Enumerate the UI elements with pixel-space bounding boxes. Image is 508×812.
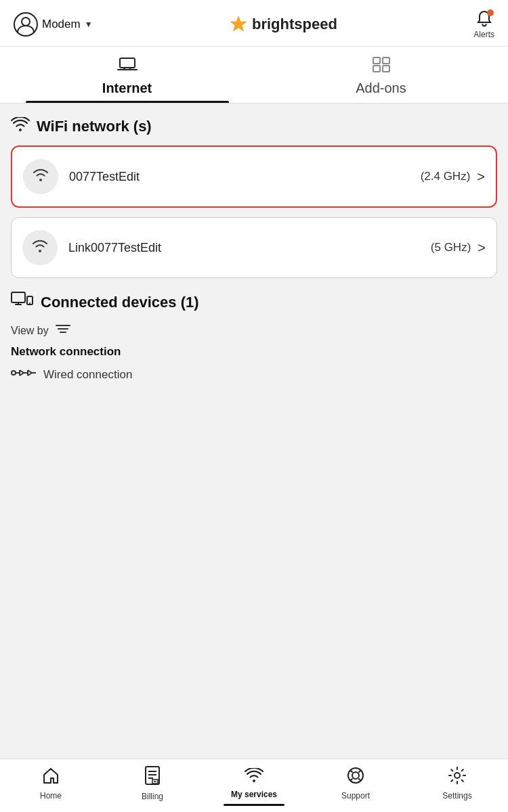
svg-rect-7 bbox=[383, 66, 389, 72]
network-chevron-0: > bbox=[477, 169, 485, 185]
nav-settings-label: Settings bbox=[442, 791, 471, 800]
network-card-1[interactable]: Link0077TestEdit (5 GHz) > bbox=[11, 217, 497, 278]
alert-dot bbox=[487, 9, 494, 16]
bottom-nav: Home Billing My services bbox=[0, 759, 508, 812]
main-content: WiFi network (s) 0077TestEdit (2.4 GHz) … bbox=[0, 104, 508, 759]
svg-line-35 bbox=[359, 779, 361, 781]
support-icon bbox=[347, 767, 364, 788]
nav-home[interactable]: Home bbox=[0, 767, 102, 800]
wired-icon bbox=[11, 367, 37, 382]
devices-section-icon bbox=[11, 292, 34, 313]
svg-rect-6 bbox=[373, 66, 380, 72]
alerts-button[interactable]: Alerts bbox=[473, 9, 494, 39]
wifi-section-icon bbox=[11, 117, 30, 136]
svg-point-36 bbox=[454, 773, 460, 778]
bell-icon bbox=[475, 9, 494, 28]
nav-billing-label: Billing bbox=[142, 792, 163, 801]
tab-addons-label: Add-ons bbox=[356, 81, 406, 96]
wifi-circle-1 bbox=[22, 230, 58, 265]
network-name-1: Link0077TestEdit bbox=[68, 241, 431, 255]
svg-rect-8 bbox=[12, 292, 25, 302]
network-chevron-1: > bbox=[478, 240, 486, 256]
wifi-circle-0 bbox=[23, 159, 58, 194]
account-chevron-icon: ▼ bbox=[85, 20, 93, 29]
tab-internet-label: Internet bbox=[102, 81, 152, 96]
svg-line-32 bbox=[351, 771, 353, 773]
tab-internet[interactable]: Internet bbox=[0, 47, 254, 103]
wifi-icon-0 bbox=[32, 167, 49, 186]
devices-section: Connected devices (1) View by Network co… bbox=[11, 292, 497, 382]
nav-support[interactable]: Support bbox=[305, 767, 406, 800]
nav-home-label: Home bbox=[40, 791, 62, 800]
network-card-0[interactable]: 0077TestEdit (2.4 GHz) > bbox=[11, 145, 497, 208]
svg-point-14 bbox=[12, 371, 16, 375]
devices-section-title: Connected devices (1) bbox=[41, 294, 199, 311]
billing-icon bbox=[144, 766, 161, 789]
connection-type-label: Network connection bbox=[11, 345, 497, 359]
svg-line-33 bbox=[359, 771, 361, 773]
tabs: Internet Add-ons bbox=[0, 47, 508, 104]
svg-rect-3 bbox=[120, 58, 135, 68]
svg-line-34 bbox=[351, 779, 353, 781]
nav-support-label: Support bbox=[341, 791, 370, 800]
header: Modem ▼ brightspeed Alerts bbox=[0, 0, 508, 47]
view-by-label: View by bbox=[11, 325, 49, 337]
internet-tab-icon bbox=[117, 56, 137, 76]
network-name-0: 0077TestEdit bbox=[69, 170, 421, 184]
wifi-section-header: WiFi network (s) bbox=[11, 117, 497, 136]
settings-icon bbox=[448, 767, 466, 788]
my-services-icon bbox=[245, 768, 263, 787]
svg-point-30 bbox=[348, 768, 363, 783]
filter-icon bbox=[56, 323, 70, 338]
svg-rect-5 bbox=[383, 58, 389, 64]
nav-settings[interactable]: Settings bbox=[406, 767, 508, 800]
devices-section-header: Connected devices (1) bbox=[11, 292, 497, 313]
wifi-icon-1 bbox=[31, 238, 49, 257]
account-icon bbox=[14, 12, 38, 37]
addons-tab-icon bbox=[372, 56, 391, 76]
home-icon bbox=[42, 767, 60, 788]
svg-point-1 bbox=[22, 18, 30, 26]
tab-addons[interactable]: Add-ons bbox=[254, 47, 508, 103]
svg-point-10 bbox=[29, 302, 30, 304]
account-label: Modem bbox=[42, 18, 81, 31]
wired-connection-item[interactable]: Wired connection bbox=[11, 367, 497, 382]
account-selector[interactable]: Modem ▼ bbox=[14, 12, 93, 37]
nav-my-services-label: My services bbox=[231, 790, 277, 799]
nav-my-services[interactable]: My services bbox=[203, 768, 305, 799]
svg-rect-4 bbox=[373, 58, 380, 64]
network-freq-0: (2.4 GHz) bbox=[421, 170, 471, 183]
network-freq-1: (5 GHz) bbox=[431, 241, 471, 254]
wired-connection-label: Wired connection bbox=[43, 368, 132, 382]
wifi-section-title: WiFi network (s) bbox=[37, 118, 152, 135]
svg-point-31 bbox=[352, 772, 359, 779]
nav-billing[interactable]: Billing bbox=[102, 766, 203, 801]
svg-marker-2 bbox=[230, 16, 247, 31]
alerts-label: Alerts bbox=[473, 30, 494, 39]
brand-logo: brightspeed bbox=[229, 15, 337, 34]
brand-name: brightspeed bbox=[252, 16, 337, 33]
view-by-row[interactable]: View by bbox=[11, 323, 497, 338]
brand-icon bbox=[229, 15, 248, 34]
